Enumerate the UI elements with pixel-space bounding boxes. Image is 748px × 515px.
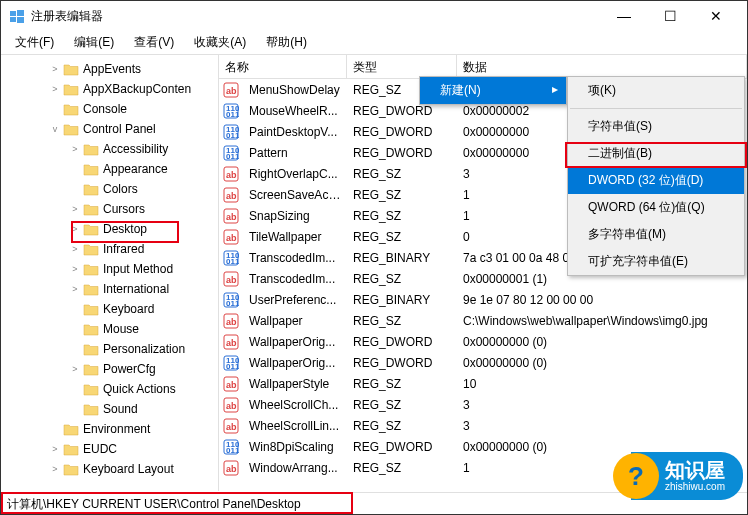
folder-icon bbox=[63, 422, 79, 436]
maximize-button[interactable]: ☐ bbox=[647, 1, 693, 31]
expander-icon[interactable]: v bbox=[49, 124, 61, 134]
tree-item[interactable]: Environment bbox=[1, 419, 218, 439]
col-type[interactable]: 类型 bbox=[347, 55, 457, 78]
folder-icon bbox=[83, 282, 99, 296]
menu-favorites[interactable]: 收藏夹(A) bbox=[184, 31, 256, 54]
tree-item[interactable]: >Infrared bbox=[1, 239, 218, 259]
list-row[interactable]: abWheelScrollCh...REG_SZ3 bbox=[219, 394, 747, 415]
close-button[interactable]: ✕ bbox=[693, 1, 739, 31]
tree-item[interactable]: vControl Panel bbox=[1, 119, 218, 139]
tree-item[interactable]: >AppEvents bbox=[1, 59, 218, 79]
col-name[interactable]: 名称 bbox=[219, 55, 347, 78]
cell-type: REG_DWORD bbox=[347, 104, 457, 118]
reg-binary-icon: 110011 bbox=[223, 292, 239, 308]
tree-item[interactable]: Colors bbox=[1, 179, 218, 199]
list-row[interactable]: 110011UserPreferenc...REG_BINARY9e 1e 07… bbox=[219, 289, 747, 310]
ctx-new[interactable]: 新建(N) ▸ bbox=[420, 77, 566, 104]
svg-text:ab: ab bbox=[226, 233, 237, 243]
expander-icon[interactable]: > bbox=[49, 84, 61, 94]
ctx-new-multi[interactable]: 多字符串值(M) bbox=[568, 221, 744, 248]
reg-string-icon: ab bbox=[223, 82, 239, 98]
tree-item[interactable]: Appearance bbox=[1, 159, 218, 179]
expander-icon[interactable]: > bbox=[49, 444, 61, 454]
ctx-new-string[interactable]: 字符串值(S) bbox=[568, 113, 744, 140]
svg-text:ab: ab bbox=[226, 464, 237, 474]
expander-icon[interactable]: > bbox=[69, 244, 81, 254]
reg-string-icon: ab bbox=[223, 418, 239, 434]
ctx-new-qword[interactable]: QWORD (64 位)值(Q) bbox=[568, 194, 744, 221]
expander-icon[interactable]: > bbox=[69, 264, 81, 274]
cell-name: Pattern bbox=[243, 146, 347, 160]
cell-name: TileWallpaper bbox=[243, 230, 347, 244]
expander-icon[interactable]: > bbox=[49, 64, 61, 74]
expander-icon[interactable]: > bbox=[69, 224, 81, 234]
cell-type: REG_SZ bbox=[347, 272, 457, 286]
col-data[interactable]: 数据 bbox=[457, 55, 747, 78]
ctx-new-expand[interactable]: 可扩充字符串值(E) bbox=[568, 248, 744, 275]
list-row[interactable]: abWallpaperStyleREG_SZ10 bbox=[219, 373, 747, 394]
svg-text:ab: ab bbox=[226, 380, 237, 390]
list-row[interactable]: 110011WallpaperOrig...REG_DWORD0x0000000… bbox=[219, 352, 747, 373]
tree-item-label: Quick Actions bbox=[103, 382, 176, 396]
watermark-text: 知识屋 bbox=[665, 460, 725, 480]
expander-icon[interactable]: > bbox=[49, 464, 61, 474]
tree-item[interactable]: Personalization bbox=[1, 339, 218, 359]
tree-item[interactable]: >EUDC bbox=[1, 439, 218, 459]
ctx-new-binary[interactable]: 二进制值(B) bbox=[568, 140, 744, 167]
cell-type: REG_SZ bbox=[347, 314, 457, 328]
menu-file[interactable]: 文件(F) bbox=[5, 31, 64, 54]
tree-item[interactable]: >Cursors bbox=[1, 199, 218, 219]
tree-item-label: Appearance bbox=[103, 162, 168, 176]
cell-name: Win8DpiScaling bbox=[243, 440, 347, 454]
folder-icon bbox=[83, 182, 99, 196]
tree-item[interactable]: Console bbox=[1, 99, 218, 119]
svg-rect-3 bbox=[17, 17, 24, 23]
menu-edit[interactable]: 编辑(E) bbox=[64, 31, 124, 54]
tree-item-label: PowerCfg bbox=[103, 362, 156, 376]
svg-rect-0 bbox=[10, 11, 16, 16]
tree-item[interactable]: Quick Actions bbox=[1, 379, 218, 399]
tree-pane[interactable]: >AppEvents>AppXBackupContenConsolevContr… bbox=[1, 55, 219, 491]
cell-type: REG_SZ bbox=[347, 167, 457, 181]
svg-text:ab: ab bbox=[226, 212, 237, 222]
ctx-new-key[interactable]: 项(K) bbox=[568, 77, 744, 104]
tree-item[interactable]: >Accessibility bbox=[1, 139, 218, 159]
menu-help[interactable]: 帮助(H) bbox=[256, 31, 317, 54]
watermark-icon: ? bbox=[613, 453, 659, 499]
cell-type: REG_SZ bbox=[347, 377, 457, 391]
tree-item[interactable]: >AppXBackupConten bbox=[1, 79, 218, 99]
menu-view[interactable]: 查看(V) bbox=[124, 31, 184, 54]
tree-item[interactable]: Sound bbox=[1, 399, 218, 419]
tree-item-label: Input Method bbox=[103, 262, 173, 276]
ctx-new-dword[interactable]: DWORD (32 位)值(D) bbox=[568, 167, 744, 194]
reg-binary-icon: 110011 bbox=[223, 145, 239, 161]
tree-item[interactable]: Keyboard bbox=[1, 299, 218, 319]
minimize-button[interactable]: — bbox=[601, 1, 647, 31]
folder-icon bbox=[63, 122, 79, 136]
tree-item-label: Desktop bbox=[103, 222, 147, 236]
reg-string-icon: ab bbox=[223, 397, 239, 413]
tree-item[interactable]: Mouse bbox=[1, 319, 218, 339]
tree-item[interactable]: >PowerCfg bbox=[1, 359, 218, 379]
expander-icon[interactable]: > bbox=[69, 144, 81, 154]
cell-data: 10 bbox=[457, 377, 747, 391]
reg-binary-icon: 110011 bbox=[223, 355, 239, 371]
reg-string-icon: ab bbox=[223, 376, 239, 392]
list-pane[interactable]: 名称 类型 数据 abMenuShowDelayREG_SZ110011Mous… bbox=[219, 55, 747, 491]
list-row[interactable]: abWheelScrollLin...REG_SZ3 bbox=[219, 415, 747, 436]
tree-item[interactable]: >Keyboard Layout bbox=[1, 459, 218, 479]
list-row[interactable]: abWallpaperREG_SZC:\Windows\web\wallpape… bbox=[219, 310, 747, 331]
expander-icon[interactable]: > bbox=[69, 284, 81, 294]
list-row[interactable]: abWallpaperOrig...REG_DWORD0x00000000 (0… bbox=[219, 331, 747, 352]
expander-icon[interactable]: > bbox=[69, 364, 81, 374]
tree-item[interactable]: >Input Method bbox=[1, 259, 218, 279]
svg-text:011: 011 bbox=[226, 446, 239, 455]
tree-item-label: Infrared bbox=[103, 242, 144, 256]
tree-item[interactable]: >Desktop bbox=[1, 219, 218, 239]
folder-icon bbox=[83, 262, 99, 276]
tree-item[interactable]: >International bbox=[1, 279, 218, 299]
svg-text:ab: ab bbox=[226, 422, 237, 432]
cell-name: Wallpaper bbox=[243, 314, 347, 328]
reg-string-icon: ab bbox=[223, 166, 239, 182]
expander-icon[interactable]: > bbox=[69, 204, 81, 214]
